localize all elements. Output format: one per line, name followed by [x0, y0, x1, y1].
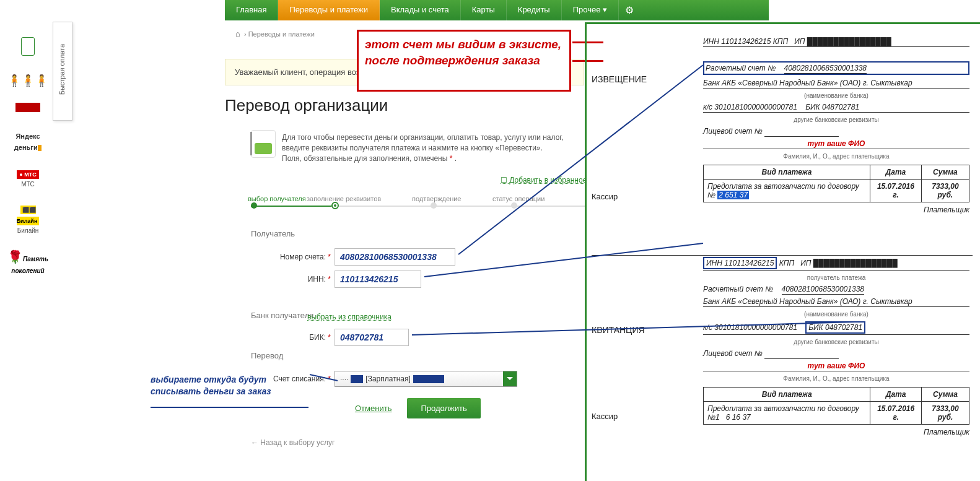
section-recipient: Получатель: [251, 229, 295, 238]
nav-transfers[interactable]: Переводы и платежи: [278, 0, 380, 20]
action-buttons: Отменить Продолжить: [355, 398, 481, 418]
cancel-button[interactable]: Отменить: [355, 404, 392, 413]
fast-pay-panel[interactable]: Быстрая оплата: [53, 22, 72, 121]
add-favorite-link[interactable]: Добавить в избранное: [501, 176, 587, 184]
inn-input[interactable]: [335, 271, 421, 288]
section-transfer: Перевод: [251, 351, 283, 360]
page-title: Перевод организации: [225, 96, 388, 115]
nav-main[interactable]: Главная: [225, 0, 278, 20]
breadcrumb: ⌂ › Переводы и платежи: [235, 29, 315, 38]
sidebar-yandex-money[interactable]: Яндексденьги: [6, 130, 50, 152]
sidebar-people[interactable]: 🧍🧍🧍: [6, 74, 50, 87]
intro-text: Для того чтобы перевести деньги организа…: [282, 132, 573, 163]
quick-pay-sidebar: 🧍🧍🧍 Яндексденьги ● МТСМТС ⬛⬛БилайнБилайн…: [6, 37, 50, 291]
debit-account-dropdown[interactable]: ···· [Зарплатная]: [335, 371, 517, 387]
back-link[interactable]: ← Назад к выбору услуг: [251, 438, 335, 447]
card-icon: [251, 130, 276, 158]
payment-table-2: Вид платежаДатаСумма Предоплата за автоз…: [703, 387, 969, 425]
receipt-document: ИЗВЕЩЕНИЕ Кассир ИНН 110113426215 КПП ИП…: [592, 37, 973, 474]
nav-deposits[interactable]: Вклады и счета: [380, 0, 461, 20]
breadcrumb-path[interactable]: Переводы и платежи: [248, 30, 315, 38]
annotation-blue-note: выбираете откуда будут списывать деньги …: [151, 374, 308, 408]
sidebar-red[interactable]: [6, 103, 50, 115]
payment-table-1: Вид платежаДатаСумма Предоплата за автоз…: [703, 165, 969, 202]
row-inn: ИНН: *: [251, 269, 592, 290]
gear-icon[interactable]: ⚙: [619, 0, 639, 20]
sidebar-beeline[interactable]: ⬛⬛БилайнБилайн: [6, 203, 50, 234]
sidebar-mts[interactable]: ● МТСМТС: [6, 168, 50, 188]
sidebar-flower[interactable]: 🌹Памятьпоколений: [6, 249, 50, 275]
home-icon[interactable]: ⌂: [235, 29, 240, 38]
continue-button[interactable]: Продолжить: [407, 398, 480, 418]
nav-other[interactable]: Прочее ▾: [562, 0, 619, 20]
annotation-red-note: этот счет мы видим в экзисте, после подт…: [357, 30, 571, 92]
section-bank: Банк получателя: [251, 311, 313, 320]
account-input[interactable]: [335, 248, 455, 266]
bik-input[interactable]: [335, 329, 409, 346]
directory-link[interactable]: выбрать из справочника: [307, 313, 392, 321]
nav-credits[interactable]: Кредиты: [507, 0, 562, 20]
row-bik: БИК: *: [251, 327, 592, 348]
row-account: Номер счета: *: [251, 246, 592, 267]
chevron-down-icon: [503, 371, 517, 386]
nav-cards[interactable]: Карты: [461, 0, 507, 20]
main-nav: Главная Переводы и платежи Вклады и счет…: [225, 0, 769, 20]
sidebar-phone[interactable]: [6, 37, 50, 58]
progress-steps: выбор получателя заполнение реквизитов п…: [251, 199, 585, 211]
